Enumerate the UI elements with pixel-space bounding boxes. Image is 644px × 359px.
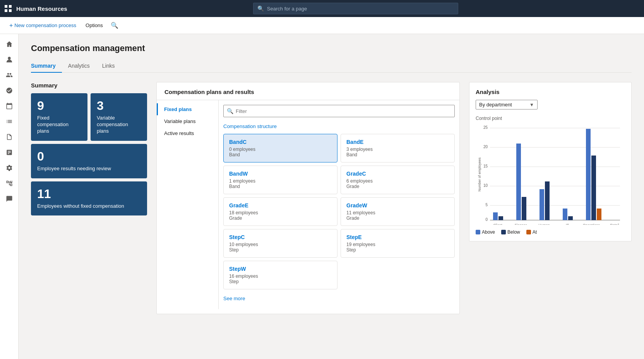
plan-card-stepc[interactable]: StepC 10 employees Step [223,229,337,258]
plan-card-bandc[interactable]: BandC 0 employees Band [223,134,337,162]
review-label: Employee results needing review [37,166,141,172]
chart-container: Control point 25 20 15 10 5 0 Number of … [476,116,625,235]
nav-person-icon[interactable] [2,53,16,67]
svg-text:Human: Human [538,223,550,225]
svg-text:10: 10 [483,183,488,188]
svg-rect-3 [9,9,12,12]
plan-employees-gradew: 11 employees [346,210,449,215]
search-placeholder: Search for a page [267,6,307,12]
nav-groups-icon[interactable] [2,84,16,97]
chart-title: Control point [476,116,625,121]
plan-employees-bande: 3 employees [346,147,449,152]
see-more-link[interactable]: See more [223,292,455,304]
summary-section: Summary 9 Fixed compensation plans 3 Var… [31,82,147,215]
options-button[interactable]: Options [82,21,106,30]
toolbar-search-icon[interactable]: 🔍 [109,20,120,31]
svg-text:Client: Client [493,223,502,225]
plan-employees-bandc: 0 employees [229,147,332,152]
variable-comp-label: Variable compensation plans [97,115,141,135]
svg-point-4 [8,57,10,60]
plans-section: Compensation plans and results Fixed pla… [156,82,460,314]
review-card[interactable]: 0 Employee results needing review [31,144,147,178]
tab-links[interactable]: Links [96,60,121,73]
variable-comp-card[interactable]: 3 Variable compensation plans [91,93,147,141]
svg-text:Number of employees: Number of employees [478,157,481,191]
search-bar[interactable]: 🔍 Search for a page [253,3,458,14]
legend-at-dot [526,230,531,234]
comp-structure-link[interactable]: Compensation structure [223,122,455,131]
plan-card-bande[interactable]: BandE 3 employees Band [341,134,455,162]
fixed-comp-card[interactable]: 9 Fixed compensation plans [31,93,87,141]
plan-type-gradee: Grade [229,215,332,221]
review-number: 0 [37,150,141,162]
nav-calendar-icon[interactable] [2,99,16,113]
tabs: Summary Analytics Links [31,60,632,73]
summary-cards: 9 Fixed compensation plans 3 Variable co… [31,93,147,215]
plan-type-gradew: Grade [346,215,449,221]
nav-chart-icon[interactable] [2,145,16,159]
filter-search-icon: 🔍 [227,108,233,114]
legend-at: At [526,229,537,235]
svg-text:Operations: Operations [583,223,600,225]
plan-name-gradec: GradeC [346,171,449,177]
svg-rect-2 [5,9,7,12]
svg-text:Finance: Finance [515,223,527,225]
chart-svg: 25 20 15 10 5 0 Number of employees [476,124,625,225]
svg-text:0: 0 [485,217,488,222]
variable-comp-number: 3 [97,99,141,112]
nav-list-icon[interactable] [2,115,16,128]
nav-active-results[interactable]: Active results [157,127,218,139]
svg-rect-28 [597,209,601,220]
without-fixed-label: Employees without fixed compensation [37,203,141,210]
plan-card-gradew[interactable]: GradeW 11 employees Grade [341,197,455,226]
tab-summary[interactable]: Summary [31,60,62,73]
plan-type-stepe: Step [346,247,449,253]
new-compensation-process-button[interactable]: + New compensation process [6,21,79,31]
nav-home-icon[interactable] [2,37,16,51]
nav-feedback-icon[interactable] [2,192,16,206]
dropdown-label: By department [479,102,512,108]
tab-analytics[interactable]: Analytics [62,60,96,73]
svg-rect-19 [498,216,503,220]
content-row: Summary 9 Fixed compensation plans 3 Var… [31,82,632,314]
toolbar: + New compensation process Options 🔍 [0,17,644,34]
new-process-label: New compensation process [14,22,76,28]
filter-input[interactable] [236,108,451,114]
plan-name-stepw: StepW [229,266,332,272]
side-nav [0,34,19,359]
plan-grid: BandC 0 employees Band BandE 3 employees… [223,134,455,289]
without-fixed-number: 11 [37,188,141,200]
search-icon: 🔍 [257,5,264,12]
chart-area: 25 20 15 10 5 0 Number of employees [476,124,625,225]
legend-above-dot [476,230,480,234]
plan-card-gradec[interactable]: GradeC 6 employees Grade [341,166,455,194]
nav-fixed-plans[interactable]: Fixed plans [157,103,218,115]
plan-card-stepe[interactable]: StepE 19 employees Step [341,229,455,258]
svg-rect-22 [540,189,544,220]
svg-text:15: 15 [483,164,488,168]
filter-box[interactable]: 🔍 [223,105,455,117]
plan-type-gradec: Grade [346,184,449,189]
svg-rect-21 [522,197,526,220]
plan-card-stepw[interactable]: StepW 16 employees Step [223,261,337,289]
nav-document-icon[interactable] [2,130,16,144]
nav-hierarchy-icon[interactable] [2,176,16,190]
legend-below-dot [501,230,506,234]
plan-card-bandw[interactable]: BandW 1 employees Band [223,166,337,194]
nav-settings-icon[interactable] [2,161,16,175]
analysis-dropdown[interactable]: By department ▼ [476,100,538,109]
nav-variable-plans[interactable]: Variable plans [157,115,218,127]
svg-rect-0 [5,5,7,8]
without-fixed-card[interactable]: 11 Employees without fixed compensation [31,181,147,216]
plan-name-stepc: StepC [229,234,332,240]
main-content: Compensation management Summary Analytic… [19,34,644,359]
svg-rect-18 [493,212,498,220]
svg-text:Retail: Retail [610,223,619,225]
plan-type-stepc: Step [229,247,332,253]
legend-above-label: Above [482,229,495,235]
svg-text:IT: IT [566,223,569,225]
grid-icon[interactable] [5,5,12,12]
plans-main: 🔍 Compensation structure BandC 0 employe… [219,100,459,309]
nav-people-icon[interactable] [2,68,16,82]
plan-card-gradee[interactable]: GradeE 18 employees Grade [223,197,337,226]
